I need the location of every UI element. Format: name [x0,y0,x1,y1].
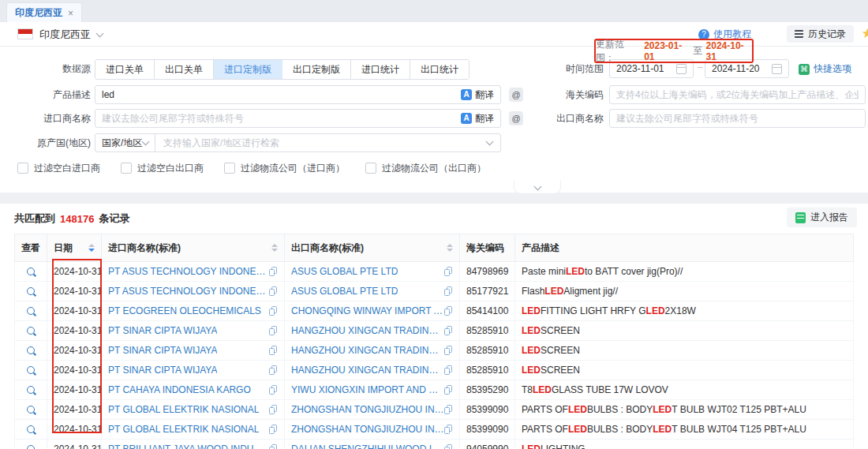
importer-link[interactable]: PT GLOBAL ELEKTRIK NASIONAL [108,424,259,435]
copy-icon[interactable] [444,425,453,435]
sort-icon[interactable] [447,244,453,252]
importer-name-input[interactable]: 建议去除公司尾部字符或特殊符号 A 翻译 [95,109,501,128]
highlighted-term: LED [522,443,541,449]
table-row: 2024-10-31PT SINAR CIPTA WIJAYAHANGZHOU … [14,361,854,380]
copy-icon[interactable] [269,286,278,297]
product-desc-cell: PARTS OF LED BULBS : BODY LED T BULB WJT… [515,400,854,419]
copy-icon[interactable] [444,286,453,297]
exporter-link[interactable]: ZHONGSHAN TONGJIUZHOU INTERNA... [291,424,444,435]
header-date[interactable]: 日期 [47,234,102,261]
tab-import-statistics[interactable]: 进口统计 [351,60,410,79]
magnifier-icon[interactable] [27,268,35,275]
magnifier-icon[interactable] [27,406,35,413]
copy-icon[interactable] [269,425,278,435]
copy-icon[interactable] [444,346,453,356]
tab-import-custom[interactable]: 进口定制版 [214,60,282,79]
copy-icon[interactable] [269,346,278,356]
date-range-dash: – [698,62,703,73]
date-cell: 2024-10-31 [47,341,102,360]
star-icon[interactable]: ★ [862,25,868,42]
checkbox-filter-logistics-exporter[interactable]: 过滤物流公司（出口商） [365,162,486,175]
translate-button[interactable]: A 翻译 [461,112,494,125]
magnifier-icon[interactable] [27,307,35,315]
exporter-link[interactable]: DALIAN SHENGZHIHUI WOOD INDUST... [291,443,444,449]
product-desc-input[interactable]: led A 翻译 [95,85,501,104]
translate-button[interactable]: A 翻译 [461,88,494,102]
calendar-icon[interactable] [772,64,782,74]
copy-icon[interactable] [444,326,453,336]
magnifier-icon[interactable] [27,287,35,295]
importer-link[interactable]: PT GLOBAL ELEKTRIK NASIONAL [108,404,259,415]
exporter-link[interactable]: HANGZHOU XINGCAN TRADING CO LTD [291,345,444,356]
tab-export-declaration[interactable]: 出口关单 [155,60,214,79]
importer-link[interactable]: PT BRILLIANT JAYA WOOD INDUSTRY [108,443,269,449]
magnifier-icon[interactable] [27,445,35,449]
exporter-link[interactable]: HANGZHOU XINGCAN TRADING CO LTD [291,365,444,376]
checkbox-icon [365,163,376,174]
header-exporter[interactable]: 出口商名称(标准) [285,234,460,261]
tab-export-custom[interactable]: 出口定制版 [282,60,351,79]
origin-search-input[interactable]: 支持输入国家/地区进行检索 [155,137,487,150]
exporter-link[interactable]: HANGZHOU XINGCAN TRADING CO LTD [291,325,444,336]
checkbox-filter-blank-importer[interactable]: 过滤空白进口商 [17,162,100,175]
magnifier-icon[interactable] [27,346,35,354]
report-label: 进入报告 [810,211,848,224]
close-icon[interactable]: × [68,8,73,19]
checkbox-filter-logistics-importer[interactable]: 过滤物流公司（进口商） [224,162,345,175]
header-importer[interactable]: 进口商名称(标准) [102,234,285,261]
importer-link[interactable]: PT ASUS TECHNOLOGY INDONESIA BA... [108,286,269,297]
importer-link[interactable]: PT ASUS TECHNOLOGY INDONESIA BA... [108,266,269,277]
exporter-link[interactable]: ASUS GLOBAL PTE LTD [291,286,398,297]
exporter-cell: ASUS GLOBAL PTE LTD [285,282,460,301]
importer-link[interactable]: PT ECOGREEN OLEOCHEMICALS [108,305,261,316]
country-selector[interactable]: 印度尼西亚 [39,28,103,42]
origin-select-value: 国家/地区 [102,137,142,150]
exporter-link[interactable]: ZHONGSHAN TONGJIUZHOU INTERNA... [291,404,444,415]
checkbox-icon [224,163,235,174]
importer-cell: PT SINAR CIPTA WIJAYA [102,321,285,340]
exporter-link[interactable]: ASUS GLOBAL PTE LTD [291,266,398,277]
copy-icon[interactable] [269,385,278,395]
copy-icon[interactable] [269,267,278,277]
update-range-to: 2024-10-31 [706,40,752,62]
sort-icon[interactable] [88,244,95,252]
magnifier-icon[interactable] [27,366,35,374]
history-button[interactable]: 历史记录 [787,25,854,43]
tab-export-statistics[interactable]: 出口统计 [410,60,469,79]
hs-code-input[interactable]: 支持4位以上海关编码，或2位海关编码加上产品描述、企业名称的任意信息 [609,85,866,104]
importer-link[interactable]: PT SINAR CIPTA WIJAYA [108,345,217,356]
importer-link[interactable]: PT SINAR CIPTA WIJAYA [108,325,217,336]
mention-at-button[interactable]: @ [509,111,523,125]
exporter-name-input[interactable]: 建议去除公司尾部字符或特殊符号 [609,109,866,128]
magnifier-icon[interactable] [27,425,35,433]
checkbox-filter-blank-exporter[interactable]: 过滤空白出口商 [121,162,204,175]
tab-import-declaration[interactable]: 进口关单 [95,60,155,79]
product-desc-value: led [102,89,114,100]
mention-at-button[interactable]: @ [509,88,523,102]
calendar-icon[interactable] [676,64,687,74]
exporter-link[interactable]: CHONGQING WINWAY IMPORT AND E... [291,305,444,316]
sort-icon[interactable] [271,244,278,252]
importer-link[interactable]: PT SINAR CIPTA WIJAYA [108,365,217,376]
exporter-link[interactable]: YIWU XIONGXIN IMPORT AND EXPORT... [291,384,444,395]
country-page-tab[interactable]: 印度尼西亚 × [6,2,82,23]
copy-icon[interactable] [444,405,453,415]
copy-icon[interactable] [269,365,278,376]
copy-icon[interactable] [444,365,453,376]
copy-icon[interactable] [269,405,278,415]
importer-link[interactable]: PT CAHAYA INDONESIA KARGO [108,384,251,395]
magnifier-icon[interactable] [27,386,35,394]
enter-report-button[interactable]: 进入报告 [787,208,857,227]
copy-icon[interactable] [269,306,278,316]
magnifier-icon[interactable] [27,327,35,335]
copy-icon[interactable] [444,306,453,316]
origin-country-select[interactable]: 国家/地区 [95,134,155,152]
copy-icon[interactable] [444,267,453,277]
copy-icon[interactable] [269,326,278,336]
copy-icon[interactable] [444,385,453,395]
copy-icon[interactable] [269,444,278,449]
hs-code-cell: 94059990 [460,440,515,449]
quick-options-button[interactable]: ⌘ 快捷选项 [799,62,851,76]
copy-icon[interactable] [444,444,453,449]
collapse-filters-button[interactable] [514,181,561,194]
